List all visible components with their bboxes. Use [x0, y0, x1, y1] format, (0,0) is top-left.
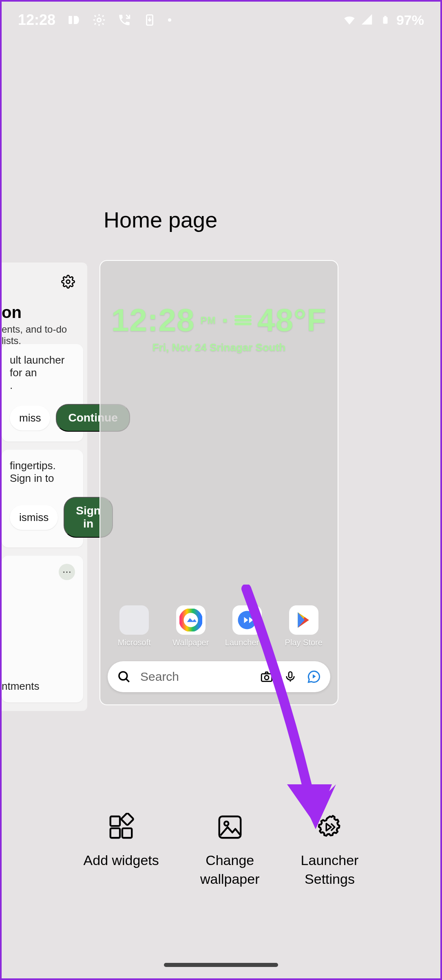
weather-fog-icon	[234, 315, 252, 325]
svg-rect-4	[384, 16, 387, 17]
status-clock: 12:28	[18, 11, 55, 29]
dismiss-button[interactable]: ismiss	[10, 505, 58, 530]
feed-card-signin: fingertips. Sign in to ismiss Sign in	[2, 450, 83, 547]
app-label: Wallpaper	[172, 638, 209, 647]
wallpaper-app-icon	[176, 605, 206, 635]
more-icon[interactable]: ⋯	[59, 564, 75, 580]
svg-rect-16	[121, 813, 134, 825]
feed-title: on	[2, 303, 22, 322]
bottom-actions: Add widgets Change wallpaper Launcher Se…	[2, 813, 440, 889]
home-screen-preview[interactable]: 12:28PM · 48°F Fri, Nov 24 Srinagar Sout…	[99, 260, 338, 705]
svg-point-1	[97, 18, 101, 22]
battery-icon	[378, 13, 392, 27]
svg-rect-13	[110, 817, 120, 826]
feed-card-appointments: ⋯ ntments	[2, 556, 83, 702]
card-text: ult launcher for an	[10, 354, 75, 379]
svg-point-9	[119, 672, 127, 680]
card-text: ntments	[2, 680, 40, 693]
app-launcher[interactable]: Launcher …	[223, 605, 272, 647]
launcher-settings-button[interactable]: Launcher Settings	[301, 813, 359, 889]
folder-icon	[119, 605, 149, 635]
launcher-app-icon	[232, 605, 262, 635]
widgets-icon	[107, 813, 135, 841]
status-bar: 12:28 97%	[2, 2, 440, 38]
clock-weather-widget[interactable]: 12:28PM · 48°F Fri, Nov 24 Srinagar Sout…	[100, 302, 338, 354]
add-widgets-button[interactable]: Add widgets	[84, 813, 159, 889]
download-icon	[143, 13, 157, 27]
app-microsoft-folder[interactable]: Microsoft	[110, 605, 159, 647]
search-icon	[117, 669, 131, 684]
svg-point-5	[66, 280, 70, 284]
svg-rect-17	[219, 817, 241, 838]
gear-icon	[92, 13, 106, 27]
widget-time: 12:28	[111, 302, 195, 339]
app-label: Play Store	[285, 638, 323, 647]
widget-temp: 48°F	[257, 302, 327, 339]
dismiss-button[interactable]: miss	[10, 406, 50, 430]
card-text: fingertips. Sign in to	[10, 459, 75, 485]
phone-incoming-icon	[117, 13, 131, 27]
svg-rect-3	[383, 17, 387, 24]
svg-point-11	[265, 675, 269, 680]
separator-dot: ·	[222, 306, 229, 334]
widget-am-pm: PM	[201, 315, 216, 326]
action-label: Add widgets	[84, 851, 159, 870]
launcher-settings-icon	[316, 813, 344, 841]
app-label: Launcher …	[225, 638, 270, 647]
action-label: Launcher Settings	[301, 851, 359, 889]
wallpaper-icon	[216, 813, 244, 841]
status-right: 97%	[343, 12, 424, 28]
change-wallpaper-button[interactable]: Change wallpaper	[200, 813, 260, 889]
feed-panel[interactable]: on ents, and to-do lists. ult launcher f…	[0, 263, 87, 711]
wifi-icon	[343, 13, 356, 27]
svg-point-18	[224, 821, 228, 825]
app-dock: Microsoft Wallpaper Launcher … Play Stor…	[100, 605, 338, 647]
app-play-store[interactable]: Play Store	[279, 605, 328, 647]
bing-chat-icon[interactable]	[307, 669, 321, 684]
action-label: Change wallpaper	[200, 851, 260, 889]
play-store-icon	[289, 605, 318, 635]
svg-rect-0	[69, 16, 72, 24]
id-icon	[67, 13, 81, 27]
navigation-handle[interactable]	[164, 963, 278, 967]
search-placeholder: Search	[140, 670, 250, 684]
signal-icon	[360, 13, 374, 27]
page-title: Home page	[104, 207, 217, 232]
feed-subtitle: ents, and to-do lists.	[2, 324, 87, 347]
svg-rect-15	[122, 828, 132, 838]
camera-icon[interactable]	[259, 669, 274, 684]
svg-rect-12	[289, 672, 292, 678]
search-bar[interactable]: Search	[108, 661, 330, 692]
svg-rect-14	[110, 828, 120, 838]
dot-icon	[168, 18, 171, 22]
feed-settings-gear-icon[interactable]	[61, 275, 75, 290]
app-label: Microsoft	[118, 638, 151, 647]
battery-text: 97%	[396, 12, 424, 28]
app-wallpaper[interactable]: Wallpaper	[166, 605, 215, 647]
svg-rect-10	[261, 674, 272, 681]
feed-card-default-launcher: ult launcher for an . miss Continue	[2, 344, 83, 441]
mic-icon[interactable]	[283, 669, 298, 684]
status-left: 12:28	[18, 11, 171, 29]
widget-date-location: Fri, Nov 24 Srinagar South	[100, 341, 338, 354]
